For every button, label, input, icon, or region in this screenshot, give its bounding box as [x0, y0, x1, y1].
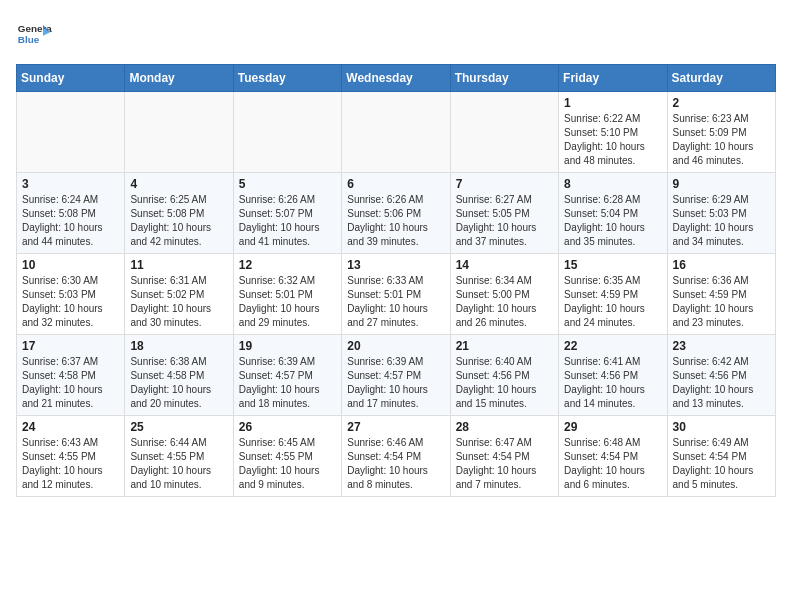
calendar-cell: 12 Sunrise: 6:32 AMSunset: 5:01 PMDaylig…	[233, 254, 341, 335]
calendar-cell: 11 Sunrise: 6:31 AMSunset: 5:02 PMDaylig…	[125, 254, 233, 335]
day-number: 18	[130, 339, 227, 353]
day-number: 10	[22, 258, 119, 272]
calendar-cell: 19 Sunrise: 6:39 AMSunset: 4:57 PMDaylig…	[233, 335, 341, 416]
calendar-cell: 26 Sunrise: 6:45 AMSunset: 4:55 PMDaylig…	[233, 416, 341, 497]
day-number: 3	[22, 177, 119, 191]
day-info: Sunrise: 6:46 AMSunset: 4:54 PMDaylight:…	[347, 437, 428, 490]
day-number: 7	[456, 177, 553, 191]
day-info: Sunrise: 6:35 AMSunset: 4:59 PMDaylight:…	[564, 275, 645, 328]
calendar-cell: 2 Sunrise: 6:23 AMSunset: 5:09 PMDayligh…	[667, 92, 775, 173]
calendar-cell: 24 Sunrise: 6:43 AMSunset: 4:55 PMDaylig…	[17, 416, 125, 497]
calendar-header-row: SundayMondayTuesdayWednesdayThursdayFrid…	[17, 65, 776, 92]
day-info: Sunrise: 6:30 AMSunset: 5:03 PMDaylight:…	[22, 275, 103, 328]
day-info: Sunrise: 6:32 AMSunset: 5:01 PMDaylight:…	[239, 275, 320, 328]
calendar-cell: 15 Sunrise: 6:35 AMSunset: 4:59 PMDaylig…	[559, 254, 667, 335]
calendar-cell: 18 Sunrise: 6:38 AMSunset: 4:58 PMDaylig…	[125, 335, 233, 416]
day-info: Sunrise: 6:33 AMSunset: 5:01 PMDaylight:…	[347, 275, 428, 328]
day-info: Sunrise: 6:39 AMSunset: 4:57 PMDaylight:…	[239, 356, 320, 409]
day-number: 15	[564, 258, 661, 272]
day-info: Sunrise: 6:26 AMSunset: 5:07 PMDaylight:…	[239, 194, 320, 247]
day-info: Sunrise: 6:34 AMSunset: 5:00 PMDaylight:…	[456, 275, 537, 328]
day-info: Sunrise: 6:28 AMSunset: 5:04 PMDaylight:…	[564, 194, 645, 247]
day-header-friday: Friday	[559, 65, 667, 92]
day-info: Sunrise: 6:39 AMSunset: 4:57 PMDaylight:…	[347, 356, 428, 409]
day-info: Sunrise: 6:40 AMSunset: 4:56 PMDaylight:…	[456, 356, 537, 409]
day-number: 2	[673, 96, 770, 110]
calendar-week-5: 24 Sunrise: 6:43 AMSunset: 4:55 PMDaylig…	[17, 416, 776, 497]
day-header-saturday: Saturday	[667, 65, 775, 92]
calendar-week-4: 17 Sunrise: 6:37 AMSunset: 4:58 PMDaylig…	[17, 335, 776, 416]
day-info: Sunrise: 6:48 AMSunset: 4:54 PMDaylight:…	[564, 437, 645, 490]
day-number: 28	[456, 420, 553, 434]
day-number: 13	[347, 258, 444, 272]
calendar-table: SundayMondayTuesdayWednesdayThursdayFrid…	[16, 64, 776, 497]
calendar-cell: 6 Sunrise: 6:26 AMSunset: 5:06 PMDayligh…	[342, 173, 450, 254]
calendar-cell: 14 Sunrise: 6:34 AMSunset: 5:00 PMDaylig…	[450, 254, 558, 335]
calendar-cell: 4 Sunrise: 6:25 AMSunset: 5:08 PMDayligh…	[125, 173, 233, 254]
calendar-cell: 13 Sunrise: 6:33 AMSunset: 5:01 PMDaylig…	[342, 254, 450, 335]
calendar-cell: 5 Sunrise: 6:26 AMSunset: 5:07 PMDayligh…	[233, 173, 341, 254]
day-header-monday: Monday	[125, 65, 233, 92]
day-info: Sunrise: 6:31 AMSunset: 5:02 PMDaylight:…	[130, 275, 211, 328]
day-number: 8	[564, 177, 661, 191]
day-number: 30	[673, 420, 770, 434]
day-header-sunday: Sunday	[17, 65, 125, 92]
calendar-cell: 7 Sunrise: 6:27 AMSunset: 5:05 PMDayligh…	[450, 173, 558, 254]
day-info: Sunrise: 6:38 AMSunset: 4:58 PMDaylight:…	[130, 356, 211, 409]
calendar-cell: 28 Sunrise: 6:47 AMSunset: 4:54 PMDaylig…	[450, 416, 558, 497]
day-info: Sunrise: 6:25 AMSunset: 5:08 PMDaylight:…	[130, 194, 211, 247]
svg-text:Blue: Blue	[18, 34, 40, 45]
day-number: 4	[130, 177, 227, 191]
day-info: Sunrise: 6:37 AMSunset: 4:58 PMDaylight:…	[22, 356, 103, 409]
calendar-cell: 16 Sunrise: 6:36 AMSunset: 4:59 PMDaylig…	[667, 254, 775, 335]
logo-icon: General Blue	[16, 16, 52, 52]
day-number: 25	[130, 420, 227, 434]
day-info: Sunrise: 6:23 AMSunset: 5:09 PMDaylight:…	[673, 113, 754, 166]
day-number: 20	[347, 339, 444, 353]
day-number: 29	[564, 420, 661, 434]
day-info: Sunrise: 6:43 AMSunset: 4:55 PMDaylight:…	[22, 437, 103, 490]
day-info: Sunrise: 6:49 AMSunset: 4:54 PMDaylight:…	[673, 437, 754, 490]
day-number: 22	[564, 339, 661, 353]
day-number: 11	[130, 258, 227, 272]
day-number: 23	[673, 339, 770, 353]
day-number: 6	[347, 177, 444, 191]
calendar-week-1: 1 Sunrise: 6:22 AMSunset: 5:10 PMDayligh…	[17, 92, 776, 173]
calendar-week-2: 3 Sunrise: 6:24 AMSunset: 5:08 PMDayligh…	[17, 173, 776, 254]
calendar-cell: 22 Sunrise: 6:41 AMSunset: 4:56 PMDaylig…	[559, 335, 667, 416]
calendar-cell: 20 Sunrise: 6:39 AMSunset: 4:57 PMDaylig…	[342, 335, 450, 416]
calendar-cell: 30 Sunrise: 6:49 AMSunset: 4:54 PMDaylig…	[667, 416, 775, 497]
day-info: Sunrise: 6:44 AMSunset: 4:55 PMDaylight:…	[130, 437, 211, 490]
calendar-cell: 3 Sunrise: 6:24 AMSunset: 5:08 PMDayligh…	[17, 173, 125, 254]
day-info: Sunrise: 6:22 AMSunset: 5:10 PMDaylight:…	[564, 113, 645, 166]
day-number: 14	[456, 258, 553, 272]
calendar-week-3: 10 Sunrise: 6:30 AMSunset: 5:03 PMDaylig…	[17, 254, 776, 335]
calendar-cell: 17 Sunrise: 6:37 AMSunset: 4:58 PMDaylig…	[17, 335, 125, 416]
day-number: 17	[22, 339, 119, 353]
day-info: Sunrise: 6:27 AMSunset: 5:05 PMDaylight:…	[456, 194, 537, 247]
calendar-cell	[125, 92, 233, 173]
calendar-cell	[233, 92, 341, 173]
day-number: 19	[239, 339, 336, 353]
day-info: Sunrise: 6:42 AMSunset: 4:56 PMDaylight:…	[673, 356, 754, 409]
day-info: Sunrise: 6:29 AMSunset: 5:03 PMDaylight:…	[673, 194, 754, 247]
day-number: 5	[239, 177, 336, 191]
day-number: 27	[347, 420, 444, 434]
day-number: 1	[564, 96, 661, 110]
day-info: Sunrise: 6:47 AMSunset: 4:54 PMDaylight:…	[456, 437, 537, 490]
calendar-cell: 23 Sunrise: 6:42 AMSunset: 4:56 PMDaylig…	[667, 335, 775, 416]
day-header-tuesday: Tuesday	[233, 65, 341, 92]
calendar-cell: 21 Sunrise: 6:40 AMSunset: 4:56 PMDaylig…	[450, 335, 558, 416]
day-header-wednesday: Wednesday	[342, 65, 450, 92]
day-info: Sunrise: 6:24 AMSunset: 5:08 PMDaylight:…	[22, 194, 103, 247]
day-number: 9	[673, 177, 770, 191]
day-info: Sunrise: 6:45 AMSunset: 4:55 PMDaylight:…	[239, 437, 320, 490]
day-number: 21	[456, 339, 553, 353]
day-info: Sunrise: 6:36 AMSunset: 4:59 PMDaylight:…	[673, 275, 754, 328]
calendar-cell: 10 Sunrise: 6:30 AMSunset: 5:03 PMDaylig…	[17, 254, 125, 335]
calendar-cell: 9 Sunrise: 6:29 AMSunset: 5:03 PMDayligh…	[667, 173, 775, 254]
day-number: 12	[239, 258, 336, 272]
calendar-cell	[342, 92, 450, 173]
calendar-cell	[450, 92, 558, 173]
page-header: General Blue	[16, 16, 776, 52]
